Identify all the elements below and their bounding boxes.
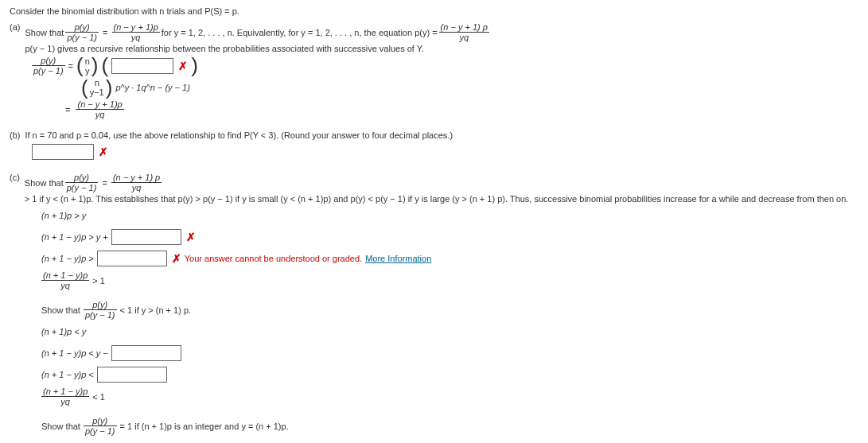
- c-input-4[interactable]: [97, 367, 167, 383]
- c-line1: (n + 1)p > y: [41, 206, 858, 225]
- b-input[interactable]: [32, 144, 94, 160]
- more-info-link[interactable]: More Information: [365, 254, 431, 263]
- c-line8: (n + 1)p = y: [41, 438, 858, 443]
- c-lt1: < 1: [92, 392, 105, 402]
- c-input-2[interactable]: [97, 251, 167, 266]
- xmark-icon: ✗: [178, 60, 188, 72]
- a-step1-lhs: p(y) p(y − 1): [32, 56, 65, 76]
- c-frac-show3: p(y) p(y − 1): [84, 416, 117, 436]
- part-a: (a) Show that p(y) p(y − 1) = (n − y + 1…: [10, 22, 858, 119]
- part-c-label: (c): [10, 173, 20, 182]
- binom-paren2: ( n y−1 ): [81, 78, 112, 97]
- error-msg: Your answer cannot be understood or grad…: [185, 254, 362, 263]
- c-show3: Show that: [41, 422, 80, 431]
- c-frac-show2: p(y) p(y − 1): [84, 300, 117, 320]
- xmark-icon: ✗: [99, 146, 108, 158]
- a-text2: for y = 1, 2, . . . , n. Equivalently, f…: [162, 28, 438, 37]
- c-line-lt-frac: (n + 1 − y)p yq: [41, 387, 89, 406]
- part-b-label: (b): [10, 130, 20, 140]
- part-c: (c) Show that p(y) p(y − 1) = (n − y + 1…: [10, 173, 858, 443]
- a-step3: (n − y + 1)p yq: [76, 99, 123, 119]
- binom-paren: ( n y ): [76, 56, 98, 76]
- c-input-1[interactable]: [111, 229, 181, 245]
- c-show2-cond: < 1 if y > (n + 1) p.: [120, 305, 192, 315]
- c-line6: (n + 1 − y)p < y −: [41, 348, 108, 358]
- a-step2-text: p^y · 1q^n − (y − 1): [115, 83, 189, 92]
- part-b: (b) If n = 70 and p = 0.04, use the abov…: [10, 130, 858, 161]
- part-a-label: (a): [10, 22, 20, 32]
- a-text3: p(y − 1) gives a recursive relationship …: [25, 44, 423, 53]
- c-gt1: > 1: [92, 276, 105, 286]
- a-input-1[interactable]: [111, 58, 173, 74]
- c-input-3[interactable]: [111, 345, 181, 361]
- c-line2: (n + 1 − y)p > y +: [41, 232, 108, 242]
- c-show1: Show that: [25, 178, 64, 188]
- c-frac1: p(y) p(y − 1): [65, 173, 99, 192]
- xmark-icon: ✗: [186, 231, 196, 243]
- c-line7: (n + 1 − y)p <: [41, 370, 94, 379]
- b-text: If n = 70 and p = 0.04, use the above re…: [25, 130, 453, 140]
- intro-text: Consider the binomial distribution with …: [10, 6, 858, 16]
- c-line5: (n + 1)p < y: [41, 322, 858, 341]
- c-frac2: (n − y + 1) p yq: [111, 173, 162, 192]
- frac-rhs1: (n − y + 1)p yq: [112, 22, 160, 42]
- c-show3-cond: = 1 if (n + 1)p is an integer and y = (n…: [120, 422, 289, 431]
- c-cond1: > 1 if y < (n + 1)p. This establishes th…: [25, 194, 849, 204]
- xmark-icon: ✗: [172, 252, 181, 265]
- c-line3: (n + 1 − y)p >: [41, 254, 94, 263]
- frac-rhs2: (n − y + 1) p yq: [439, 22, 489, 42]
- c-show2: Show that: [41, 305, 80, 315]
- frac-py-over-py1: p(y) p(y − 1): [65, 22, 99, 42]
- c-line4-frac: (n + 1 − y)p yq: [41, 270, 89, 290]
- a-text1: Show that: [25, 28, 64, 37]
